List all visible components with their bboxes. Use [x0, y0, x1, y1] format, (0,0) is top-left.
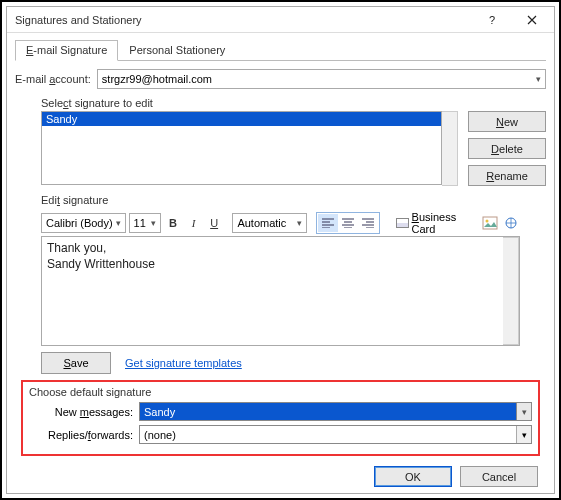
svg-point-1: [486, 220, 489, 223]
scrollbar-vertical[interactable]: [442, 111, 458, 186]
font-size-select[interactable]: 11▾: [129, 213, 162, 233]
replies-forwards-select[interactable]: (none) ▾: [139, 425, 532, 444]
get-templates-link[interactable]: Get signature templates: [125, 357, 242, 369]
tab-personal-stationery[interactable]: Personal Stationery: [118, 40, 236, 61]
new-button[interactable]: New: [468, 111, 546, 132]
chevron-down-icon: ▾: [151, 218, 156, 228]
chevron-down-icon: ▾: [516, 403, 531, 420]
save-button[interactable]: Save: [41, 352, 111, 374]
delete-button[interactable]: Delete: [468, 138, 546, 159]
tab-email-signature[interactable]: E-mail Signature: [15, 40, 118, 61]
default-signature-frame: Choose default signature New messages: S…: [21, 380, 540, 456]
underline-button[interactable]: U: [205, 213, 223, 233]
email-account-value: strgzr99@hotmail.com: [102, 73, 212, 85]
align-left-button[interactable]: [318, 214, 338, 232]
card-icon: [396, 218, 408, 228]
insert-picture-button[interactable]: [481, 213, 499, 233]
new-messages-select[interactable]: Sandy ▾: [139, 402, 532, 421]
editor-text: Thank you, Sandy Writtenhouse: [42, 237, 503, 345]
dialog-footer: OK Cancel: [15, 460, 546, 493]
align-right-button[interactable]: [358, 214, 378, 232]
svg-rect-0: [483, 217, 497, 229]
chevron-down-icon: ▾: [116, 218, 121, 228]
select-signature-label: Select signature to edit: [41, 97, 546, 109]
font-family-select[interactable]: Calibri (Body)▾: [41, 213, 126, 233]
email-account-label: E-mail account:: [15, 73, 91, 85]
replies-forwards-label: Replies/forwards:: [29, 429, 139, 441]
link-icon: [503, 216, 519, 230]
window-title: Signatures and Stationery: [15, 14, 472, 26]
bold-button[interactable]: B: [164, 213, 182, 233]
align-center-button[interactable]: [338, 214, 358, 232]
default-signature-title: Choose default signature: [29, 386, 532, 398]
scrollbar-vertical[interactable]: [503, 237, 519, 345]
titlebar: Signatures and Stationery ?: [7, 7, 554, 33]
insert-hyperlink-button[interactable]: [502, 213, 520, 233]
cancel-button[interactable]: Cancel: [460, 466, 538, 487]
chevron-down-icon: ▾: [516, 426, 531, 443]
help-button[interactable]: ?: [472, 8, 512, 32]
alignment-group: [316, 212, 380, 234]
chevron-down-icon: ▾: [297, 218, 302, 228]
dialog-signatures-stationery: Signatures and Stationery ? E-mail Signa…: [6, 6, 555, 494]
new-messages-label: New messages:: [29, 406, 139, 418]
business-card-button[interactable]: Business Card: [391, 213, 478, 233]
chevron-down-icon: ▾: [536, 74, 541, 84]
rename-button[interactable]: Rename: [468, 165, 546, 186]
tabstrip: E-mail Signature Personal Stationery: [15, 39, 546, 61]
editor-toolbar: Calibri (Body)▾ 11▾ B I U Automatic▾: [41, 210, 520, 236]
italic-button[interactable]: I: [185, 213, 203, 233]
close-button[interactable]: [512, 8, 552, 32]
ok-button[interactable]: OK: [374, 466, 452, 487]
list-item[interactable]: Sandy: [42, 112, 441, 126]
picture-icon: [482, 216, 498, 230]
signature-editor[interactable]: Thank you, Sandy Writtenhouse: [41, 236, 520, 346]
email-account-combo[interactable]: strgzr99@hotmail.com ▾: [97, 69, 546, 89]
signature-listbox[interactable]: Sandy: [41, 111, 442, 185]
font-color-select[interactable]: Automatic▾: [232, 213, 306, 233]
edit-signature-label: Edit signature: [41, 194, 546, 206]
